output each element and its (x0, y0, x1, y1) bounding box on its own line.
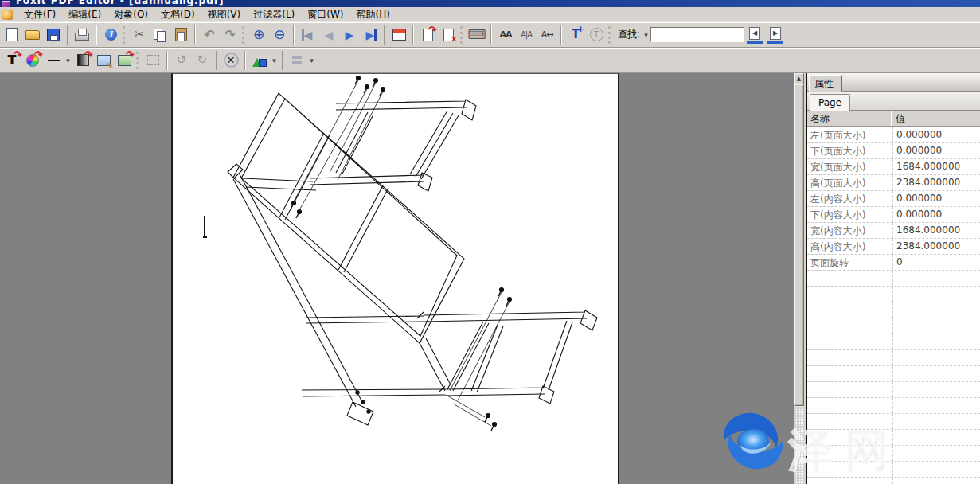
undo-button[interactable] (199, 25, 220, 45)
toolbar-grip[interactable] (123, 26, 127, 44)
font-border-button[interactable] (516, 25, 537, 45)
toolbar-grip[interactable] (136, 52, 141, 69)
toolbar-grip[interactable] (608, 26, 613, 44)
rotate-page-icon (420, 27, 435, 43)
prev-page-icon (321, 27, 337, 43)
next-page-button[interactable] (339, 25, 360, 45)
property-name: 下(内容大小) (807, 207, 892, 222)
property-value[interactable]: 0.000000 (892, 127, 980, 142)
delete-page-button[interactable] (438, 25, 459, 45)
shapes-caret[interactable]: ▾ (270, 50, 279, 71)
edit-color-button[interactable] (22, 50, 43, 71)
deselect-button[interactable] (143, 50, 163, 71)
new-document-button[interactable] (2, 25, 22, 45)
menu-filter[interactable]: 过滤器(L) (247, 7, 301, 21)
edit-text-button[interactable] (2, 50, 22, 71)
cut-button[interactable] (129, 25, 150, 45)
menu-document[interactable]: 文档(D) (154, 7, 201, 21)
property-row: 左(内容大小)0.000000 (807, 191, 980, 207)
property-row-empty (807, 302, 980, 318)
property-name (807, 287, 892, 302)
copy-button[interactable] (150, 25, 170, 45)
property-value[interactable]: 0.000000 (892, 207, 980, 222)
property-value[interactable]: 1684.000000 (892, 159, 980, 174)
toolbar-separator (96, 25, 97, 45)
scroll-up-button[interactable]: ▲ (794, 73, 804, 84)
toolbar-separator (216, 51, 217, 70)
property-value[interactable]: 0.000000 (892, 191, 980, 206)
align-button[interactable] (287, 50, 307, 71)
page-list-button[interactable] (388, 25, 409, 45)
rotate-object-right-button[interactable] (192, 50, 213, 71)
line-style-button[interactable] (43, 50, 64, 71)
delete-object-button[interactable] (221, 50, 241, 71)
property-value[interactable]: 2384.000000 (892, 175, 980, 190)
font-width-button[interactable] (537, 25, 557, 45)
property-name (807, 462, 892, 477)
column-header-value: 值 (892, 111, 980, 126)
line-style-caret[interactable]: ▾ (64, 50, 72, 71)
keyboard-button[interactable] (467, 25, 487, 45)
menu-view[interactable]: 视图(V) (201, 7, 248, 21)
edit-fill-button[interactable] (72, 50, 93, 71)
rotate-page-button[interactable] (417, 25, 438, 45)
print-button[interactable] (72, 25, 92, 45)
window-title: Foxit PDF Editor - [danhuang.pdf] (16, 0, 224, 6)
pdf-page-canvas[interactable] (171, 73, 619, 484)
prev-page-button[interactable] (318, 25, 339, 45)
document-window-icon[interactable] (2, 10, 13, 20)
rotate-object-left-button[interactable] (171, 50, 192, 71)
menu-help[interactable]: 帮助(H) (350, 7, 396, 21)
info-button[interactable] (100, 25, 121, 45)
toolbar-grip[interactable] (460, 26, 465, 44)
edit-image-button[interactable] (93, 50, 114, 71)
find-prev-button[interactable] (744, 25, 765, 45)
save-icon (45, 27, 61, 43)
text-cursor (204, 216, 205, 236)
edit-image-icon (96, 53, 111, 68)
menu-file[interactable]: 文件(F) (18, 7, 62, 21)
property-name (807, 430, 892, 445)
property-value[interactable]: 1684.000000 (892, 223, 980, 238)
tab-properties[interactable]: 属性 (809, 75, 842, 92)
property-value[interactable]: 0 (892, 255, 980, 270)
edit-color-icon (25, 53, 41, 68)
paste-button[interactable] (170, 25, 191, 45)
shapes-button[interactable] (249, 50, 270, 71)
add-text-button[interactable] (565, 25, 586, 45)
menu-edit[interactable]: 编辑(E) (62, 7, 107, 21)
property-name (807, 318, 892, 334)
copy-icon (152, 27, 168, 43)
property-value (892, 318, 980, 334)
menu-window[interactable]: 窗口(W) (301, 7, 349, 21)
replace-image-button[interactable] (114, 50, 135, 71)
font-replace-button[interactable] (495, 25, 516, 45)
last-page-button[interactable] (360, 25, 381, 45)
align-caret[interactable]: ▾ (307, 50, 316, 71)
find-next-button[interactable] (765, 25, 786, 45)
tab-page[interactable]: Page (810, 94, 850, 111)
shapes-icon (252, 53, 267, 68)
edit-text-icon (4, 53, 20, 68)
vertical-scrollbar[interactable]: ▲ (794, 73, 804, 484)
text-circle-button[interactable] (586, 25, 607, 45)
find-history-caret[interactable]: ▾ (642, 25, 650, 45)
property-table-header: 名称 值 (807, 111, 980, 127)
property-value[interactable]: 2384.000000 (892, 239, 980, 254)
scrollbar-thumb[interactable] (794, 84, 804, 406)
align-icon (289, 53, 305, 68)
title-bar: Foxit PDF Editor - [danhuang.pdf] (0, 0, 980, 7)
find-input[interactable] (650, 27, 744, 42)
toolbar-grip[interactable] (242, 26, 247, 44)
menu-object[interactable]: 对象(O) (107, 7, 154, 21)
workspace (0, 73, 794, 484)
main-area: ▲ 属性 Page 名称 值 左(页面大小)0.000000下(页面大小)0.0… (0, 73, 980, 484)
open-file-button[interactable] (22, 25, 43, 45)
property-value[interactable]: 0.000000 (892, 143, 980, 158)
save-button[interactable] (43, 25, 64, 45)
zoom-in-button[interactable] (248, 25, 269, 45)
redo-button[interactable] (220, 25, 240, 45)
zoom-out-button[interactable] (269, 25, 290, 45)
first-page-button[interactable] (298, 25, 318, 45)
open-file-icon (25, 27, 41, 43)
